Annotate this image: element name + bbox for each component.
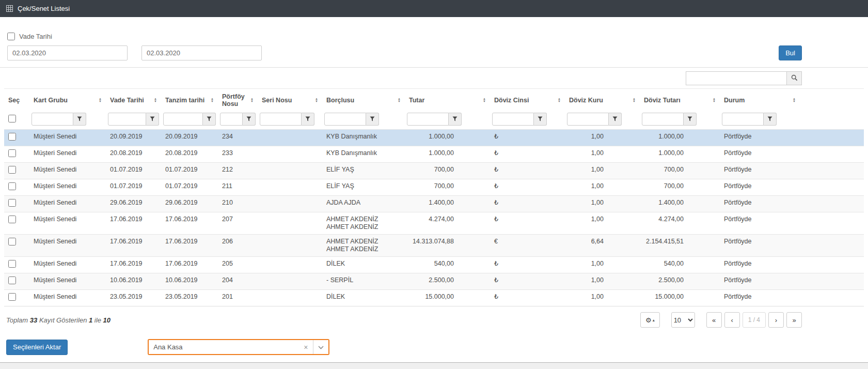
column-header-kart-grubu[interactable]: Kart Grubu▲▼: [29, 89, 106, 112]
cell-portfoy-nosu: 212: [218, 163, 258, 179]
row-select-checkbox[interactable]: [8, 216, 16, 223]
filter-button-doviz-kuru[interactable]: [609, 113, 622, 126]
cell-doviz-kuru: 1,00: [565, 179, 640, 196]
transfer-selected-button[interactable]: Seçilenleri Aktar: [6, 340, 68, 355]
clear-selection-button[interactable]: ×: [298, 340, 313, 354]
table-row[interactable]: Müşteri Senedi20.09.201920.09.2019234KYB…: [4, 130, 864, 146]
date-from-input[interactable]: [7, 45, 128, 60]
prev-page-button[interactable]: ‹: [724, 312, 740, 328]
column-header-vade-tarihi[interactable]: Vade Tarihi▲▼: [106, 89, 161, 112]
filter-input-borclusu[interactable]: [324, 113, 366, 126]
find-button[interactable]: Bul: [779, 45, 802, 60]
row-select-checkbox[interactable]: [8, 182, 16, 190]
column-header-tanzim-tarihi[interactable]: Tanzim tarihi▲▼: [161, 89, 218, 112]
table-row[interactable]: Müşteri Senedi01.07.201901.07.2019211ELİ…: [4, 179, 864, 196]
column-header-doviz-cinsi[interactable]: Döviz Cinsi▲▼: [490, 89, 565, 112]
filter-button-durum[interactable]: [764, 113, 777, 126]
vade-tarihi-checkbox[interactable]: [7, 33, 15, 40]
row-select-checkbox[interactable]: [8, 260, 16, 268]
row-select-checkbox[interactable]: [8, 199, 16, 207]
table-row[interactable]: Müşteri Senedi23.05.201923.05.2019201DİL…: [4, 290, 864, 306]
cell-seri-nosu: [258, 163, 322, 179]
row-select-checkbox[interactable]: [8, 166, 16, 174]
filter-input-tutar[interactable]: [407, 113, 449, 126]
table-row[interactable]: Müşteri Senedi17.06.201917.06.2019205DİL…: [4, 257, 864, 273]
funnel-icon: [612, 115, 618, 123]
cell-doviz-cinsi: ₺: [490, 196, 565, 212]
filter-input-doviz-kuru[interactable]: [567, 113, 609, 126]
filter-input-seri-nosu[interactable]: [260, 113, 302, 126]
filler-cell: [800, 179, 864, 196]
filter-input-vade-tarihi[interactable]: [108, 113, 146, 126]
grid-settings-button[interactable]: ⚙ ▴: [640, 312, 660, 328]
column-header-borclusu[interactable]: Borçlusu▲▼: [322, 89, 405, 112]
table-row[interactable]: Müşteri Senedi17.06.201917.06.2019206AHM…: [4, 235, 864, 257]
cell-doviz-tutari: 700,00: [640, 163, 720, 179]
filter-input-kart-grubu[interactable]: [31, 113, 73, 126]
filter-button-doviz-tutari[interactable]: [684, 113, 697, 126]
select-all-checkbox[interactable]: [8, 115, 16, 122]
vade-tarihi-checkbox-row[interactable]: Vade Tarihi: [7, 33, 52, 40]
row-select-cell: [4, 273, 29, 290]
column-header-tutar[interactable]: Tutar▲▼: [405, 89, 490, 112]
cell-seri-nosu: [258, 146, 322, 163]
table-row[interactable]: Müşteri Senedi10.06.201910.06.2019204- S…: [4, 273, 864, 290]
row-select-checkbox[interactable]: [8, 293, 16, 301]
cell-tutar: 14.313.074,88: [405, 235, 490, 257]
filter-button-doviz-cinsi[interactable]: [534, 113, 547, 126]
filter-button-borclusu[interactable]: [366, 113, 379, 126]
filter-button-kart-grubu[interactable]: [73, 113, 86, 126]
table-row[interactable]: Müşteri Senedi01.07.201901.07.2019212ELİ…: [4, 163, 864, 179]
filter-input-tanzim-tarihi[interactable]: [163, 113, 203, 126]
funnel-icon: [246, 115, 251, 123]
cell-doviz-tutari: 2.500,00: [640, 273, 720, 290]
filter-button-tanzim-tarihi[interactable]: [203, 113, 216, 126]
next-page-button[interactable]: ›: [768, 312, 784, 328]
page-size-select[interactable]: 10: [671, 312, 695, 328]
funnel-icon: [538, 115, 543, 123]
row-select-cell: [4, 196, 29, 212]
filter-button-seri-nosu[interactable]: [302, 113, 314, 126]
cell-tanzim-tarihi: 17.06.2019: [161, 235, 218, 257]
row-select-checkbox[interactable]: [8, 238, 16, 245]
cell-doviz-cinsi: ₺: [490, 146, 565, 163]
column-header-doviz-tutari[interactable]: Döviz Tutarı▲▼: [640, 89, 720, 112]
cell-tutar: 4.274,00: [405, 212, 490, 235]
last-page-button[interactable]: »: [786, 312, 802, 328]
row-select-cell: [4, 179, 29, 196]
cell-tanzim-tarihi: 23.05.2019: [161, 290, 218, 306]
filter-input-doviz-cinsi[interactable]: [492, 113, 534, 126]
filter-button-vade-tarihi[interactable]: [146, 113, 159, 126]
search-button[interactable]: [787, 71, 802, 85]
cell-durum: Pörtföyde: [720, 235, 800, 257]
date-to-input[interactable]: [141, 45, 262, 60]
filler-column-header: [800, 89, 864, 112]
column-header-portfoy-nosu[interactable]: Pörtföy Nosu▲▼: [218, 89, 258, 112]
gear-icon: ⚙: [645, 316, 652, 324]
column-header-durum[interactable]: Durum▲▼: [720, 89, 800, 112]
column-header-doviz-kuru[interactable]: Döviz Kuru▲▼: [565, 89, 640, 112]
filter-cell-borclusu: [322, 112, 405, 130]
filter-input-durum[interactable]: [722, 113, 764, 126]
cell-doviz-cinsi: ₺: [490, 130, 565, 146]
table-row[interactable]: Müşteri Senedi17.06.201917.06.2019207AHM…: [4, 212, 864, 235]
row-select-cell: [4, 235, 29, 257]
bottom-action-bar: Seçilenleri Aktar ×: [0, 332, 868, 362]
filter-input-doviz-tutari[interactable]: [642, 113, 684, 126]
search-input[interactable]: [686, 71, 787, 85]
first-page-button[interactable]: «: [706, 312, 722, 328]
row-select-checkbox[interactable]: [8, 276, 16, 284]
row-select-checkbox[interactable]: [8, 133, 16, 141]
filter-input-portfoy-nosu[interactable]: [220, 113, 243, 126]
combo-dropdown-button[interactable]: [313, 340, 328, 354]
cash-register-input[interactable]: [149, 340, 298, 354]
pagination: ⚙ ▴ 10 « ‹ 1 / 4 › »: [640, 312, 802, 328]
table-row[interactable]: Müşteri Senedi29.06.201929.06.2019210AJD…: [4, 196, 864, 212]
cell-doviz-tutari: 4.274,00: [640, 212, 720, 235]
filter-button-tutar[interactable]: [449, 113, 462, 126]
table-row[interactable]: Müşteri Senedi20.08.201920.08.2019233KYB…: [4, 146, 864, 163]
row-select-checkbox[interactable]: [8, 149, 16, 157]
sort-icon: ▲▼: [633, 98, 636, 103]
column-header-seri-nosu[interactable]: Seri Nosu▲▼: [258, 89, 322, 112]
filter-button-portfoy-nosu[interactable]: [243, 113, 256, 126]
